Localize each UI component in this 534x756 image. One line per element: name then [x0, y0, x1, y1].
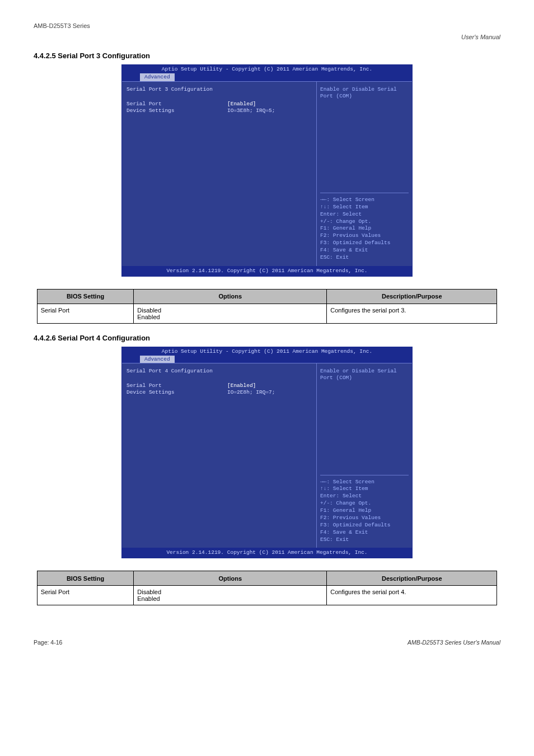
serial-port-value: [Enabled]: [227, 101, 256, 108]
key-optimized-defaults: F3: Optimized Defaults: [320, 240, 409, 246]
footer-product: AMB-D255T3 Series User's Manual: [407, 639, 500, 646]
td-description: Configures the serial port 3.: [327, 304, 497, 323]
bios-tab-row: Advanced: [122, 73, 412, 81]
th-options: Options: [134, 571, 327, 586]
key-esc-exit: ESC: Exit: [320, 254, 409, 261]
bios-row-device-settings: Device Settings IO=2E8h; IRQ=7;: [127, 389, 312, 396]
bios-main-panel: Serial Port 4 Configuration Serial Port …: [122, 363, 317, 548]
td-bios-setting: Serial Port: [37, 304, 134, 323]
section-title-4: 4.4.2.6 Serial Port 4 Configuration: [34, 334, 517, 342]
bios-config-title: Serial Port 3 Configuration: [127, 86, 312, 93]
key-select-item: ↑↓: Select Item: [320, 486, 409, 492]
th-bios-setting: BIOS Setting: [37, 289, 134, 304]
user-manual-label: User's Manual: [17, 34, 517, 40]
table-row: Serial Port Disabled Enabled Configures …: [37, 304, 496, 323]
key-previous-values: F2: Previous Values: [320, 232, 409, 239]
bios-hint: Enable or Disable Serial Port (COM): [320, 86, 409, 100]
key-change-opt: +/-: Change Opt.: [320, 500, 409, 507]
bios-top-bar: Aptio Setup Utility - Copyright (C) 2011…: [122, 347, 412, 356]
td-options: Disabled Enabled: [134, 304, 327, 323]
device-settings-value: IO=2E8h; IRQ=7;: [227, 389, 275, 396]
page-number: Page: 4-16: [34, 639, 62, 646]
bios-tab-advanced[interactable]: Advanced: [140, 356, 175, 363]
key-optimized-defaults: F3: Optimized Defaults: [320, 522, 409, 529]
key-change-opt: +/-: Change Opt.: [320, 218, 409, 225]
bios-tab-row: Advanced: [122, 356, 412, 363]
section-title-3: 4.4.2.5 Serial Port 3 Configuration: [34, 52, 517, 60]
td-options: Disabled Enabled: [134, 586, 327, 605]
bios-row-serial-port[interactable]: Serial Port [Enabled]: [127, 101, 312, 108]
device-settings-value: IO=3E8h; IRQ=5;: [227, 108, 275, 114]
bios-right-panel: Enable or Disable Serial Port (COM) →←: …: [317, 363, 412, 548]
key-previous-values: F2: Previous Values: [320, 515, 409, 521]
key-general-help: F1: General Help: [320, 507, 409, 514]
option-table-4: BIOS Setting Options Description/Purpose…: [37, 571, 497, 605]
option-table-3: BIOS Setting Options Description/Purpose…: [37, 289, 497, 324]
page-header: AMB-D255T3 Series: [17, 22, 517, 29]
key-general-help: F1: General Help: [320, 225, 409, 232]
key-enter: Enter: Select: [320, 493, 409, 500]
device-settings-label: Device Settings: [127, 108, 227, 114]
th-options: Options: [134, 289, 327, 304]
bios-body: Serial Port 4 Configuration Serial Port …: [122, 363, 412, 548]
bios-keybindings: →←: Select Screen ↑↓: Select Item Enter:…: [320, 193, 409, 262]
th-description: Description/Purpose: [327, 289, 497, 304]
bios-footer-bar: Version 2.14.1219. Copyright (C) 2011 Am…: [122, 266, 412, 276]
serial-port-label: Serial Port: [127, 382, 227, 389]
bios-footer-bar: Version 2.14.1219. Copyright (C) 2011 Am…: [122, 548, 412, 558]
key-enter: Enter: Select: [320, 211, 409, 218]
td-bios-setting: Serial Port: [37, 586, 134, 605]
bios-row-serial-port[interactable]: Serial Port [Enabled]: [127, 382, 312, 389]
bios-right-panel: Enable or Disable Serial Port (COM) →←: …: [317, 82, 412, 266]
bios-top-bar: Aptio Setup Utility - Copyright (C) 2011…: [122, 65, 412, 73]
table-row: Serial Port Disabled Enabled Configures …: [37, 586, 496, 605]
page-footer: Page: 4-16 AMB-D255T3 Series User's Manu…: [17, 639, 517, 646]
key-save-exit: F4: Save & Exit: [320, 247, 409, 254]
bios-body: Serial Port 3 Configuration Serial Port …: [122, 81, 412, 266]
bios-tab-advanced[interactable]: Advanced: [140, 73, 175, 81]
key-select-screen: →←: Select Screen: [320, 197, 409, 203]
key-esc-exit: ESC: Exit: [320, 536, 409, 543]
bios-screenshot-3: Aptio Setup Utility - Copyright (C) 2011…: [121, 64, 413, 277]
bios-keybindings: →←: Select Screen ↑↓: Select Item Enter:…: [320, 475, 409, 544]
bios-config-title: Serial Port 4 Configuration: [127, 368, 312, 375]
bios-hint: Enable or Disable Serial Port (COM): [320, 368, 409, 381]
bios-row-device-settings: Device Settings IO=3E8h; IRQ=5;: [127, 108, 312, 114]
key-save-exit: F4: Save & Exit: [320, 529, 409, 536]
serial-port-label: Serial Port: [127, 101, 227, 108]
th-bios-setting: BIOS Setting: [37, 571, 134, 586]
td-description: Configures the serial port 4.: [327, 586, 497, 605]
device-settings-label: Device Settings: [127, 389, 227, 396]
key-select-screen: →←: Select Screen: [320, 479, 409, 486]
th-description: Description/Purpose: [327, 571, 497, 586]
key-select-item: ↑↓: Select Item: [320, 204, 409, 211]
bios-main-panel: Serial Port 3 Configuration Serial Port …: [122, 82, 317, 266]
bios-screenshot-4: Aptio Setup Utility - Copyright (C) 2011…: [121, 347, 413, 559]
serial-port-value: [Enabled]: [227, 382, 256, 389]
